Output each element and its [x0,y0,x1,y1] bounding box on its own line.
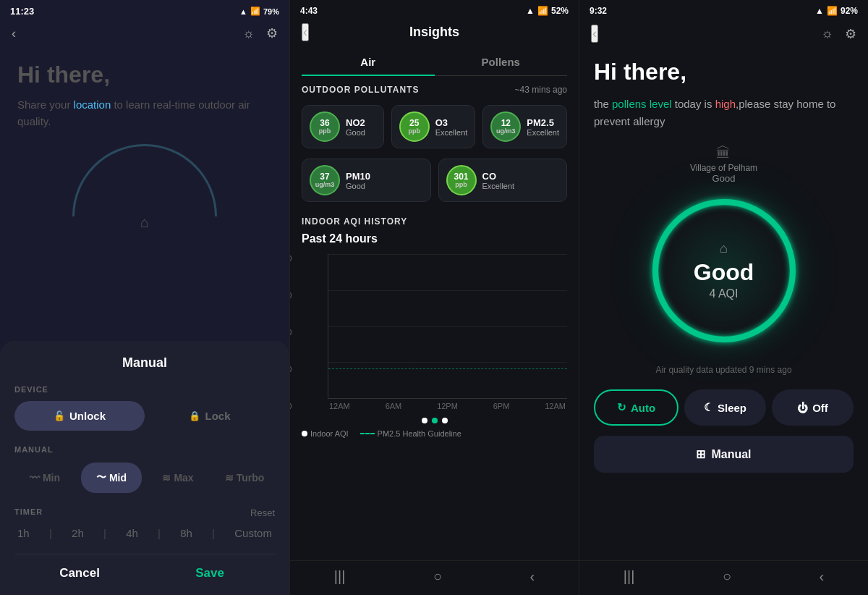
auto-icon: ↻ [617,401,626,414]
co-badge: 301 ppb [446,165,477,195]
pollutants-grid-top: 36 ppb NO2 Good 25 ppb O3 Excellent [302,105,567,148]
time-2: 4:43 [300,6,318,16]
back-button-1[interactable]: ‹ [12,26,16,41]
bulb-icon[interactable]: ☼ [822,26,834,42]
o3-badge: 25 ppb [399,111,430,142]
save-button[interactable]: Save [145,566,275,581]
outdoor-header: OUTDOOR POLLUTANTS ~43 mins ago [302,85,567,95]
aqi-status: Good [694,259,754,286]
cancel-button[interactable]: Cancel [14,566,145,581]
p2-tabs: Air Pollens [302,48,567,76]
device-toggle: 🔓 Unlock 🔒 Lock [14,401,275,431]
pollutants-grid-bottom: 37 ug/m3 PM10 Good 301 ppb CO Excellent [302,159,567,202]
outdoor-title: OUTDOOR POLLUTANTS [302,85,419,95]
chart-dots [302,418,567,423]
settings-icon-3[interactable]: ⚙ [845,26,856,42]
battery-2: 52% [551,6,569,16]
grid-line-300 [328,326,567,327]
timer-8h[interactable]: 8h [180,527,192,539]
chart-y-labels: 500 400 300 200 100 [290,254,292,410]
p2-header: ‹ Insights [290,19,579,48]
light-icon[interactable]: ☼ [243,25,255,41]
greeting-1: Hi there, [17,62,272,88]
nav-back-icon-3[interactable]: ‹ [820,568,825,585]
pm10-badge: 37 ug/m3 [310,165,340,195]
panel-home: 9:32 ▲ 📶 92% ‹ ☼ ⚙ Hi there, the pollens… [579,0,868,595]
manual-mode-button[interactable]: ⊞ Manual [594,436,854,473]
mid-wave-icon: 〜 [96,471,106,484]
fan-turbo-button[interactable]: ≋ Turbo [214,463,275,493]
sleep-icon: ☾ [704,401,713,414]
home-icon-aqi: ⌂ [694,241,754,256]
chart-dot-3 [442,418,448,423]
time-3: 9:32 [590,6,607,16]
status-bar-2: 4:43 ▲ 📶 52% [290,0,579,19]
arc-shape [72,144,217,216]
legend-pm25-guideline: PM2.5 Health Guideline [360,429,461,438]
status-bar-1: 11:23 ▲ 📶 79% [0,0,289,20]
fan-mid-button[interactable]: 〜 Mid [81,463,142,493]
turbo-wave-icon: ≋ [225,472,234,484]
timer-sep-1: | [49,527,52,539]
location-status: Good [712,173,736,184]
timer-sep-4: | [212,527,215,539]
health-guideline [328,368,567,369]
auto-mode-button[interactable]: ↻ Auto [594,389,678,426]
timer-custom[interactable]: Custom [234,527,272,539]
aqi-ring: ⌂ Good 4 AQI [644,191,804,350]
nav-lines-icon-3[interactable]: ||| [624,568,635,585]
aqi-circle-container: 🏛 Village of Pelham Good [594,145,854,350]
legend-dot-indoor [302,431,307,436]
off-mode-button[interactable]: ⏻ Off [772,389,854,426]
device-label: DEVICE [14,385,275,394]
tab-air[interactable]: Air [302,48,435,75]
timer-reset[interactable]: Reset [250,507,275,518]
panel-insights: 4:43 ▲ 📶 52% ‹ Insights Air Pollens OUTD… [289,0,579,595]
time-1: 11:23 [10,6,34,17]
nav-home-icon-2[interactable]: ○ [433,568,442,585]
tab-pollens[interactable]: Pollens [435,48,568,75]
timer-2h[interactable]: 2h [72,527,84,539]
p3-content: Hi there, the pollens level today is hig… [579,51,868,560]
timer-sep-3: | [158,527,161,539]
pollutant-co: 301 ppb CO Excellent [438,159,568,202]
sleep-mode-button[interactable]: ☾ Sleep [684,389,766,426]
fan-max-button[interactable]: ≋ Max [148,463,208,493]
p1-header: ‹ ☼ ⚙ [0,20,289,47]
battery-1: 79% [263,7,279,16]
chart-title: Past 24 hours [302,232,567,245]
fan-min-button[interactable]: 〰 Min [14,463,75,493]
manual-modal: Manual DEVICE 🔓 Unlock 🔒 Lock MANUAL 〰 M… [0,341,289,595]
no2-badge: 36 ppb [310,111,340,142]
nav-lines-icon-2[interactable]: ||| [334,568,346,585]
chart-legend: Indoor AQI PM2.5 Health Guideline [302,429,567,438]
signal-icon: 📶 [250,7,260,16]
mode-buttons: ↻ Auto ☾ Sleep ⏻ Off [594,389,854,426]
battery-3: 92% [841,6,858,16]
chart-x-labels: 12AM 6AM 12PM 6PM 12AM [328,402,567,410]
chart-wrapper: 500 400 300 200 100 12AM 6AM [302,254,567,410]
insights-title: Insights [409,25,459,40]
pollutant-o3: 25 ppb O3 Excellent [391,105,476,148]
timer-1h[interactable]: 1h [17,527,30,539]
back-button-2[interactable]: ‹ [302,23,309,41]
nav-back-icon-2[interactable]: ‹ [530,568,535,585]
indoor-title: INDOOR AQI HISTORY [302,216,567,227]
back-button-3[interactable]: ‹ [591,25,598,43]
pollutant-pm25: 12 ug/m3 PM2.5 Excellent [482,105,567,148]
panel-manual: 11:23 ▲ 📶 79% ‹ ☼ ⚙ Hi there, Share your… [0,0,289,595]
nav-home-icon-3[interactable]: ○ [723,568,731,585]
signal-icon-2: 📶 [537,6,548,16]
unlock-icon: 🔓 [54,410,65,421]
building-icon: 🏛 [716,145,731,161]
lock-button[interactable]: 🔒 Lock [145,401,275,431]
timer-4h[interactable]: 4h [126,527,138,539]
settings-icon[interactable]: ⚙ [266,25,278,41]
signal-icon-3: 📶 [827,6,838,16]
greeting-3: Hi there, [594,59,854,85]
unlock-button[interactable]: 🔓 Unlock [14,401,145,431]
aqi-value: 4 AQI [694,287,754,300]
nav-bar-2: ||| ○ ‹ [290,560,579,595]
pm25-badge: 12 ug/m3 [490,111,521,142]
indoor-section: INDOOR AQI HISTORY Past 24 hours 500 400… [302,216,567,438]
